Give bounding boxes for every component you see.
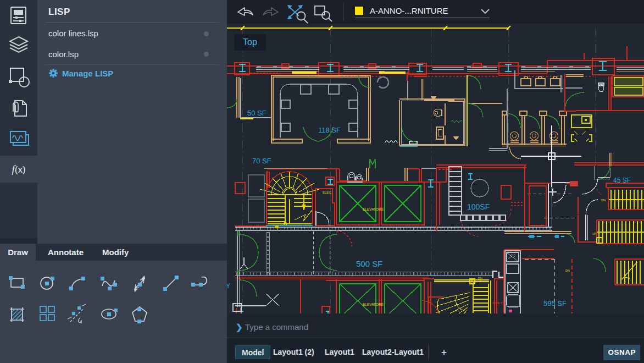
svg-text:UP: UP bbox=[592, 232, 597, 235]
svg-text:DN: DN bbox=[478, 277, 482, 280]
svg-text:ELEVATORS: ELEVATORS bbox=[363, 207, 384, 211]
svg-text:50 SF: 50 SF bbox=[247, 109, 267, 117]
svg-text:118 SF: 118 SF bbox=[318, 126, 341, 134]
svg-text:100SF: 100SF bbox=[467, 202, 490, 211]
svg-text:ELEVATORS: ELEVATORS bbox=[363, 302, 384, 306]
svg-text:595 SF: 595 SF bbox=[543, 299, 567, 307]
svg-text:Y: Y bbox=[227, 282, 230, 290]
svg-text:ELEC.: ELEC. bbox=[323, 191, 332, 194]
svg-text:DN: DN bbox=[565, 269, 570, 272]
svg-text:70 SF: 70 SF bbox=[252, 157, 271, 165]
svg-text:45 SF: 45 SF bbox=[613, 177, 631, 184]
svg-text:DN: DN bbox=[601, 199, 606, 202]
svg-text:500 SF: 500 SF bbox=[356, 259, 382, 268]
